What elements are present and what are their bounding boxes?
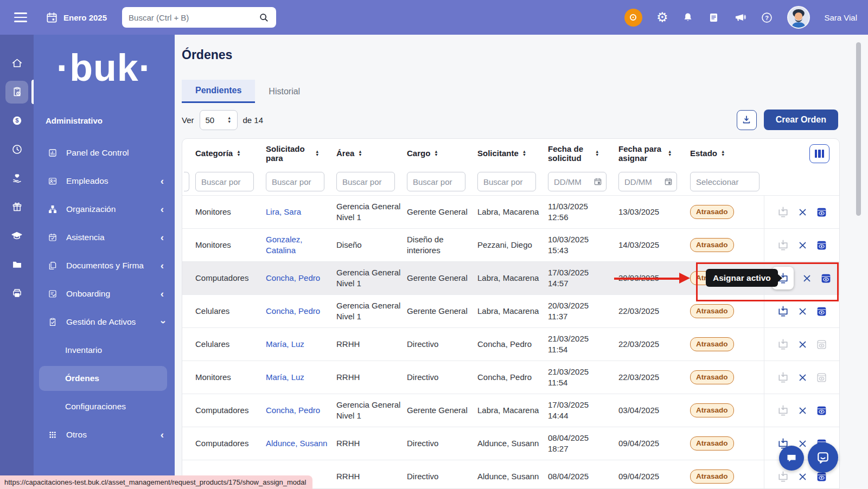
view-order-icon[interactable] [820, 273, 832, 284]
cancel-order-icon[interactable] [798, 406, 807, 415]
create-order-button[interactable]: Crear Orden [764, 110, 838, 130]
rail-time-icon[interactable] [0, 135, 34, 164]
settings-gear-icon[interactable]: ⚙ [656, 11, 668, 24]
employee-link[interactable]: María, Luz [266, 339, 336, 350]
vertical-scrollbar[interactable] [856, 42, 861, 216]
sidebar-subitem-ordenes[interactable]: Órdenes [39, 366, 167, 391]
cancel-order-icon[interactable] [798, 472, 807, 481]
page-size-select[interactable]: 50 ▲▼ [200, 110, 238, 130]
col-header-fecha-asignar[interactable]: Fecha para asignar▲▼ [618, 144, 690, 163]
employee-link[interactable]: Concha, Pedro [266, 405, 336, 416]
assign-tooltip: Asignar activo [706, 269, 778, 287]
clipped-filter-input[interactable] [184, 172, 189, 191]
period-label[interactable]: Enero 2025 [63, 13, 107, 22]
chat-support-button[interactable] [808, 442, 838, 473]
cancel-order-icon[interactable] [798, 439, 807, 448]
filter-area-input[interactable] [336, 172, 395, 191]
calendar-icon[interactable] [46, 11, 58, 24]
table-row[interactable]: Computadores Aldunce, Susann RRHH Direct… [182, 427, 839, 460]
cancel-order-icon[interactable] [798, 241, 807, 250]
user-name[interactable]: Sara Vial [824, 13, 857, 22]
global-search[interactable] [122, 7, 276, 28]
employee-link[interactable]: Concha, Pedro [266, 273, 336, 284]
employee-link[interactable]: Concha, Pedro [266, 306, 336, 317]
cancel-order-icon[interactable] [802, 274, 812, 283]
view-order-icon[interactable] [816, 405, 827, 416]
assign-asset-icon[interactable] [777, 305, 789, 318]
notifications-bell-icon[interactable] [682, 11, 694, 23]
table-row[interactable]: Monitores Lira, Sara Gerencia General Ni… [182, 195, 839, 228]
tab-pendientes[interactable]: Pendientes [182, 80, 255, 103]
sidebar-item-organizacion[interactable]: Organización ‹ [34, 195, 175, 223]
table-row[interactable]: Monitores María, Luz RRHH Directivo Conc… [182, 361, 839, 394]
stepper-arrows-icon[interactable]: ▲▼ [227, 117, 231, 124]
col-header-cargo[interactable]: Cargo▲▼ [407, 149, 477, 158]
sort-icon[interactable]: ▲▼ [522, 150, 526, 157]
filter-fecha-solicitud-input[interactable] [548, 172, 607, 191]
sort-icon[interactable]: ▲▼ [315, 150, 319, 157]
col-header-categoria[interactable]: Categoría▲▼ [195, 149, 266, 158]
filter-solicitante-input[interactable] [477, 172, 536, 191]
table-row[interactable]: Celulares María, Luz RRHH Directivo Conc… [182, 327, 839, 361]
rail-home-icon[interactable] [0, 49, 34, 78]
table-row[interactable]: Monitores Gonzalez, Catalina Diseño Dise… [182, 228, 839, 261]
employee-link[interactable]: Aldunce, Susann [266, 438, 336, 449]
filter-fecha-asignar-input[interactable] [618, 172, 677, 191]
hamburger-menu-icon[interactable] [14, 12, 27, 22]
feedback-bubble-button[interactable] [779, 446, 804, 471]
rail-remunerations-icon[interactable]: $ [0, 106, 34, 135]
user-avatar[interactable] [787, 6, 810, 29]
sidebar-subitem-inventario[interactable]: Inventario [34, 336, 175, 364]
cancel-order-icon[interactable] [798, 208, 807, 217]
sort-icon[interactable]: ▲▼ [595, 150, 599, 157]
cancel-order-icon[interactable] [798, 307, 807, 316]
view-order-icon[interactable] [816, 306, 827, 317]
sidebar-item-onboarding[interactable]: Onboarding ‹ [34, 280, 175, 308]
filter-solicitado-input[interactable] [266, 172, 324, 191]
whats-new-icon[interactable] [624, 9, 642, 27]
help-icon[interactable]: ? [761, 11, 773, 24]
tab-historial[interactable]: Historial [255, 80, 314, 103]
rail-gifts-icon[interactable] [0, 192, 34, 221]
filter-categoria-input[interactable] [195, 172, 254, 191]
sidebar-item-asistencia[interactable]: Asistencia ‹ [34, 223, 175, 252]
news-note-icon[interactable] [708, 12, 719, 23]
cancel-order-icon[interactable] [798, 340, 807, 349]
rail-benefits-icon[interactable] [0, 164, 34, 192]
rail-training-icon[interactable] [0, 221, 34, 250]
col-header-estado[interactable]: Estado▲▼ [690, 149, 764, 158]
employee-link[interactable]: Gonzalez, Catalina [266, 234, 336, 256]
rail-documents-icon[interactable] [0, 250, 34, 279]
employee-link[interactable]: María, Luz [266, 372, 336, 383]
col-header-solicitante[interactable]: Solicitante▲▼ [477, 149, 548, 158]
column-settings-button[interactable] [809, 144, 829, 163]
download-button[interactable] [737, 110, 757, 130]
sidebar-item-empleados[interactable]: Empleados ‹ [34, 167, 175, 195]
sidebar-item-otros[interactable]: Otros ‹ [34, 421, 175, 449]
filter-cargo-input[interactable] [407, 172, 465, 191]
announcements-megaphone-icon[interactable] [733, 11, 746, 24]
view-order-icon[interactable] [816, 240, 827, 251]
search-icon[interactable] [258, 12, 270, 23]
view-order-icon[interactable] [816, 207, 827, 218]
filter-estado-select[interactable]: Seleccionar [690, 172, 760, 191]
employee-link[interactable]: Lira, Sara [266, 207, 336, 217]
sort-icon[interactable]: ▲▼ [434, 150, 438, 157]
sort-icon[interactable]: ▲▼ [721, 150, 725, 157]
table-row[interactable]: Celulares Concha, Pedro Gerencia General… [182, 294, 839, 327]
sidebar-item-documentos-y-firma[interactable]: Documentos y Firma ‹ [34, 252, 175, 280]
sort-icon[interactable]: ▲▼ [358, 150, 362, 157]
sidebar-item-panel-de-control[interactable]: Panel de Control [34, 139, 175, 167]
rail-printer-icon[interactable] [0, 279, 34, 307]
search-input[interactable] [129, 13, 258, 22]
col-header-area[interactable]: Área▲▼ [336, 149, 407, 158]
sort-icon[interactable]: ▲▼ [668, 150, 672, 157]
sort-icon[interactable]: ▲▼ [237, 150, 240, 157]
rail-asset-orders-icon[interactable] [0, 78, 34, 106]
cancel-order-icon[interactable] [798, 373, 807, 382]
table-row[interactable]: Computadores Concha, Pedro Gerencia Gene… [182, 394, 839, 427]
col-header-fecha-solicitud[interactable]: Fecha de solicitud▲▼ [548, 144, 618, 163]
col-header-solicitado-para[interactable]: Solicitado para▲▼ [266, 144, 336, 163]
sidebar-subitem-configuraciones[interactable]: Configuraciones [34, 393, 175, 421]
sidebar-item-gestion-de-activos[interactable]: Gestión de Activos ‹ [34, 308, 175, 336]
